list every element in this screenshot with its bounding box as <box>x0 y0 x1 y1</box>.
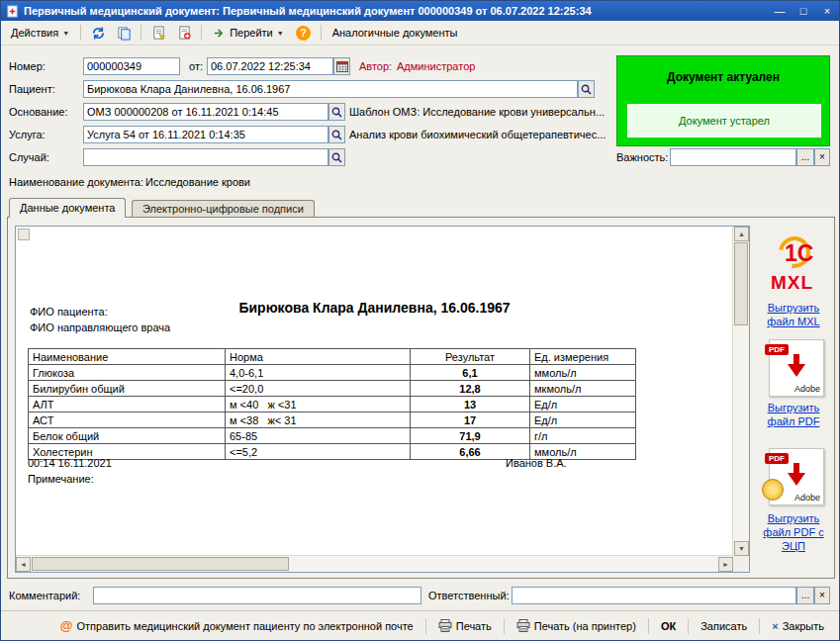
responsible-ellipsis-button[interactable]: ... <box>796 587 814 604</box>
actions-label: Действия <box>11 27 58 39</box>
comment-label: Комментарий: <box>9 587 80 604</box>
print-form-area: Бирюкова Клара Данилевна, 16.06.1967 ФИО… <box>16 227 733 556</box>
cell-norm: м <38 ж< 31 <box>226 412 411 428</box>
horizontal-scrollbar[interactable]: ◄ ► <box>16 555 733 572</box>
scroll-left-button[interactable]: ◄ <box>16 557 31 572</box>
window-maximize-button[interactable]: □ <box>796 5 810 17</box>
patient-input[interactable] <box>83 80 578 98</box>
cell-name: Билирубин общий <box>29 381 226 397</box>
document-expired-button[interactable]: Документ устарел <box>627 104 821 137</box>
patient-search-button[interactable] <box>578 80 595 98</box>
responsible-input[interactable] <box>512 587 796 604</box>
note-label: Примечание: <box>28 473 94 485</box>
window-minimize-button[interactable]: — <box>773 5 787 17</box>
date-input[interactable] <box>207 57 333 75</box>
cell-norm: 65-85 <box>226 428 411 444</box>
footer-separator <box>759 618 760 634</box>
adobe-label: Adobe <box>794 493 820 503</box>
importance-ellipsis-button[interactable]: ... <box>796 148 814 166</box>
similar-documents-label: Аналогичные документы <box>332 27 458 39</box>
corner-marker <box>18 229 30 240</box>
toolbar-separator <box>201 25 202 41</box>
document-timestamp: 00:14 16.11.2021 <box>28 457 112 469</box>
help-button[interactable]: ? <box>292 22 316 44</box>
magnifier-icon <box>331 107 342 118</box>
download-pdf-ecp-link[interactable]: Выгрузить файл PDF с ЭЦП <box>753 511 834 553</box>
table-row: Билирубин общий <=20,0 12,8 мкмоль/л <box>29 381 636 397</box>
doc-name-label: Наименование документа: <box>9 173 143 191</box>
patient-label: Пациент: <box>9 80 55 98</box>
col-header: Результат <box>411 349 530 365</box>
document-status-button[interactable] <box>172 22 196 44</box>
goto-label: Перейти <box>230 27 273 39</box>
service-search-button[interactable] <box>328 126 345 143</box>
vertical-scrollbar[interactable]: ▲ ▼ <box>732 227 749 556</box>
case-input[interactable] <box>83 148 328 166</box>
vertical-scroll-thumb[interactable] <box>734 242 748 325</box>
referrer-label: ФИО направляющего врача <box>30 321 170 333</box>
window-close-button[interactable]: × <box>820 5 834 17</box>
cell-unit: Ед/л <box>530 412 636 428</box>
actions-button[interactable]: Действия ▼ <box>5 24 75 42</box>
cell-unit: г/л <box>530 428 636 444</box>
document-view: Бирюкова Клара Данилевна, 16.06.1967 ФИО… <box>15 226 750 573</box>
tab-document-data[interactable]: Данные документа <box>9 198 126 218</box>
number-label: Номер: <box>9 57 46 75</box>
print-to-printer-button[interactable]: Печать (на принтер) <box>510 616 643 635</box>
similar-documents-button[interactable]: Аналогичные документы <box>327 24 464 42</box>
responsible-clear-button[interactable]: × <box>814 587 830 604</box>
comment-input[interactable] <box>93 587 421 604</box>
calendar-button[interactable] <box>333 57 350 75</box>
cell-unit: Ед/л <box>530 397 636 412</box>
save-button[interactable]: Записать <box>694 617 754 635</box>
tab-digital-signatures[interactable]: Электронно-цифровые подписи <box>132 200 315 218</box>
case-search-button[interactable] <box>328 148 345 166</box>
number-input[interactable] <box>83 57 180 75</box>
cell-name: Белок общий <box>29 428 226 444</box>
cell-unit: ммоль/л <box>530 365 636 381</box>
footer-separator <box>425 618 426 634</box>
basis-search-button[interactable] <box>328 103 345 121</box>
doc-name-value: Исследование крови <box>145 173 250 191</box>
basis-input[interactable] <box>83 103 328 121</box>
footer-separator <box>688 618 689 634</box>
magnifier-icon <box>581 84 592 95</box>
refresh-document-button[interactable] <box>86 22 110 44</box>
print-button[interactable]: Печать <box>431 616 499 635</box>
cell-name: Глюкоза <box>29 365 226 381</box>
service-input[interactable] <box>83 126 328 143</box>
cell-unit: мкмоль/л <box>530 381 636 397</box>
importance-clear-button[interactable]: × <box>814 148 830 166</box>
send-email-button[interactable]: @ Отправить медицинский документ пациент… <box>53 615 420 636</box>
footer-separator <box>648 618 649 634</box>
calendar-icon <box>336 60 348 72</box>
basis-label: Основание: <box>9 103 67 121</box>
copy-document-button[interactable] <box>112 22 136 44</box>
table-row: Глюкоза 4,0-6,1 6,1 ммоль/л <box>29 365 636 381</box>
toolbar-separator <box>321 25 322 41</box>
case-label: Случай: <box>9 148 49 166</box>
table-row: АСТ м <38 ж< 31 17 Ед/л <box>29 412 636 428</box>
scrollbar-corner <box>733 556 749 572</box>
scroll-down-button[interactable]: ▼ <box>734 541 749 556</box>
printer-icon <box>438 619 452 632</box>
ok-button[interactable]: ОК <box>654 617 683 635</box>
scroll-up-button[interactable]: ▲ <box>734 227 749 241</box>
download-pdf-link[interactable]: Выгрузить файл PDF <box>753 401 834 428</box>
scroll-right-button[interactable]: ► <box>718 557 733 572</box>
cell-norm: м <40 ж <31 <box>226 397 411 412</box>
magnifier-icon <box>331 130 342 140</box>
document-plus-icon <box>177 26 192 41</box>
close-button[interactable]: × Закрыть <box>765 617 831 635</box>
pdf-arrow-icon <box>786 463 807 491</box>
document-pencil-icon <box>151 26 166 41</box>
horizontal-scroll-thumb[interactable] <box>32 557 289 571</box>
edit-print-form-button[interactable] <box>146 22 170 44</box>
ecp-seal-icon <box>762 479 784 501</box>
goto-button[interactable]: Перейти ▼ <box>207 24 290 43</box>
download-mxl-link[interactable]: Выгрузить файл MXL <box>753 301 834 328</box>
print-label: Печать <box>456 620 492 632</box>
importance-input[interactable] <box>670 148 796 166</box>
chevron-down-icon: ▼ <box>277 30 284 37</box>
pdf-ecp-file-icon: PDF Adobe <box>769 448 824 505</box>
